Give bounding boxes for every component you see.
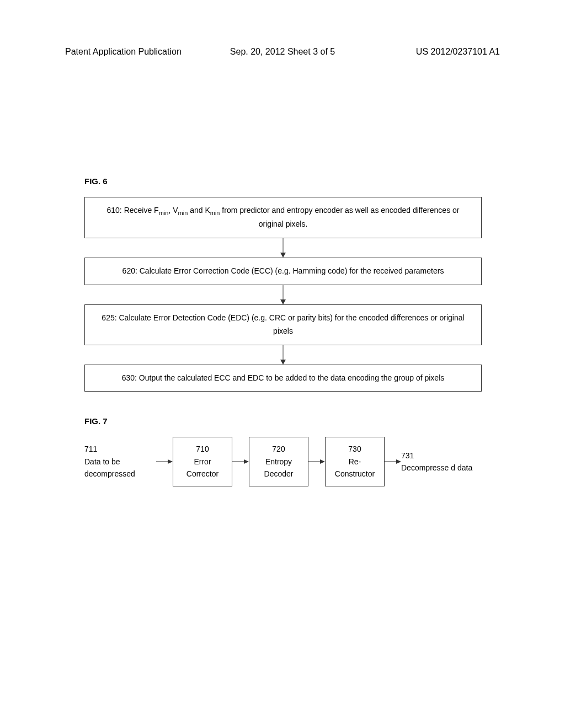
arrow-710-720 [232,458,249,465]
box-720: 720 Entropy Decoder [249,437,308,486]
header-right: US 2012/0237101 A1 [416,47,500,57]
arrow-right-icon [232,458,249,465]
page-header: Patent Application Publication Sep. 20, … [0,47,565,57]
svg-marker-1 [280,253,286,258]
svg-marker-11 [320,459,325,464]
fig6-label: FIG. 6 [84,176,482,186]
box-630: 630: Output the calculated ECC and EDC t… [84,365,482,392]
arrow-720-730 [308,458,325,465]
box-710: 710 Error Corrector [173,437,232,486]
arrow-730-output [385,458,401,465]
fig7-input-label: 711 Data to be decompressed [84,443,156,480]
arrow-down-icon [278,238,289,258]
fig7-label: FIG. 7 [84,416,482,426]
box720-text: Entropy Decoder [257,456,300,480]
arrow-right-icon [385,458,401,465]
output-text: Decompresse d data [401,462,473,474]
arrow-down-icon [278,285,289,304]
fig7-diagram: 711 Data to be decompressed 710 Error Co… [84,437,482,486]
arrow-input-710 [156,458,173,465]
fig7-container: FIG. 7 711 Data to be decompressed 710 E… [84,416,482,486]
arrow-right-icon [308,458,325,465]
box730-text: Re-Constructor [333,456,376,480]
input-num: 711 [84,443,156,455]
box-625: 625: Calculate Error Detection Code (EDC… [84,304,482,345]
box710-text: Error Corrector [181,456,224,480]
box720-num: 720 [257,443,300,455]
svg-marker-5 [280,360,286,365]
svg-marker-3 [280,299,286,304]
box-730: 730 Re-Constructor [325,437,385,486]
arrow-620-625 [84,285,482,304]
box730-num: 730 [333,443,376,455]
header-left: Patent Application Publication [65,47,182,57]
svg-marker-9 [244,459,249,464]
arrow-down-icon [278,345,289,365]
svg-marker-13 [396,459,401,464]
arrow-610-620 [84,238,482,258]
svg-marker-7 [168,459,173,464]
box-610: 610: Receive Fmin, Vmin and Kmin from pr… [84,197,482,238]
fig7-output-label: 731 Decompresse d data [401,449,473,474]
input-text: Data to be decompressed [84,456,156,480]
header-center: Sep. 20, 2012 Sheet 3 of 5 [230,47,335,57]
box610-text: 610: Receive Fmin, Vmin and Kmin from pr… [107,206,460,228]
arrow-625-630 [84,345,482,365]
content-area: FIG. 6 610: Receive Fmin, Vmin and Kmin … [84,176,482,486]
box710-num: 710 [181,443,224,455]
box-620: 620: Calculate Error Correction Code (EC… [84,258,482,285]
arrow-right-icon [156,458,173,465]
output-num: 731 [401,449,473,462]
